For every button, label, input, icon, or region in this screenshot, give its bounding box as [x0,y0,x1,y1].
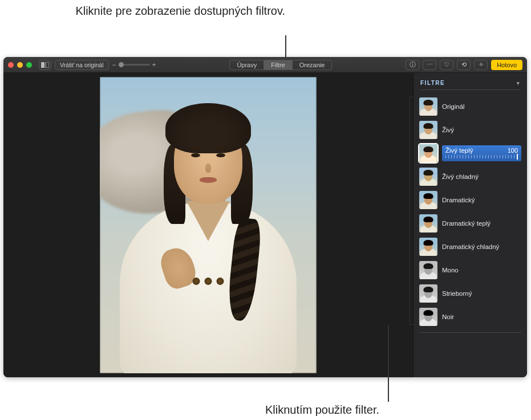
content-area: FILTRE ▾ Originál Živý Živý teplý 100 [3,73,527,377]
svg-rect-1 [46,62,49,68]
panel-title-label: FILTRE [420,80,445,86]
filter-thumb [419,284,437,303]
callout-top: Kliknite pre zobrazenie dostupných filtr… [0,3,285,19]
callout-bracket [410,97,414,211]
filter-label: Noir [442,313,521,320]
tab-adjust[interactable]: Úpravy [230,60,264,70]
wand-icon: ✧ [479,61,484,68]
filter-vivid-warm[interactable]: Živý teplý 100 [418,142,522,164]
svg-rect-0 [41,62,44,68]
filter-original[interactable]: Originál [418,96,522,117]
callout-bracket [410,211,414,325]
tab-crop[interactable]: Orezanie [292,60,332,70]
window-controls [8,62,32,68]
filter-dramatic-cool[interactable]: Dramatický chladný [418,236,522,258]
filter-thumb [419,144,437,162]
tab-filters[interactable]: Filtre [264,60,291,70]
filter-thumb [419,214,437,233]
callout-line [285,35,286,57]
rotate-icon: ⟲ [461,61,467,68]
filter-thumb [419,168,437,186]
filter-label: Dramatický [442,197,521,203]
filter-vivid[interactable]: Živý [418,119,522,141]
layout-toggle-button[interactable] [39,60,51,70]
filter-noir[interactable]: Noir [418,306,522,328]
divider [419,332,521,333]
photo-canvas[interactable] [3,73,413,377]
filter-label: Dramatický teplý [442,220,521,227]
edit-mode-segmented: Úpravy Filtre Orezanie [229,60,332,70]
filter-label: Originál [442,103,521,110]
filter-selected-control[interactable]: Živý teplý 100 [442,145,521,161]
filter-thumb [419,238,437,256]
filter-thumb [419,121,437,139]
enhance-button[interactable]: ✧ [474,60,488,70]
photo [100,77,317,373]
toolbar: Vrátiť na originál − + Úpravy Filtre Ore… [3,57,527,73]
zoom-thumb[interactable] [119,62,124,67]
done-button[interactable]: Hotovo [491,60,522,70]
filter-mono[interactable]: Mono [418,259,522,281]
filter-thumb [419,308,437,326]
panel-title[interactable]: FILTRE ▾ [420,80,520,90]
filter-vivid-cool[interactable]: Živý chladný [418,166,522,187]
filter-dramatic[interactable]: Dramatický [418,189,522,211]
close-window-button[interactable] [8,62,14,68]
zoom-slider[interactable]: − + [112,61,156,69]
chevron-down-icon: ▾ [517,80,521,86]
zoom-track[interactable] [119,64,150,66]
filter-dramatic-warm[interactable]: Dramatický teplý [418,213,522,234]
revert-button[interactable]: Vrátiť na originál [55,60,109,70]
filter-thumb [419,261,437,279]
info-icon: ⓘ [410,60,416,69]
callout-bottom: Kliknutím použite filter. [0,403,379,417]
filter-label: Živý chladný [442,173,521,180]
layout-icon [41,62,49,68]
fullscreen-window-button[interactable] [26,62,32,68]
callout-line [388,325,389,402]
filters-panel: FILTRE ▾ Originál Živý Živý teplý 100 [413,73,527,377]
favorite-button[interactable]: ♡ [440,60,453,70]
filter-thumb [419,191,437,209]
filter-label: Mono [442,267,521,274]
zoom-out-icon: − [112,61,116,69]
filter-silvertone[interactable]: Strieborný [418,283,522,304]
filter-intensity-value: 100 [508,147,518,154]
rotate-button[interactable]: ⟲ [457,60,471,70]
heart-icon: ♡ [444,61,449,68]
more-button[interactable]: ⋯ [423,60,436,70]
filter-label: Živý [442,127,521,133]
filter-label: Strieborný [442,290,521,297]
zoom-in-icon: + [152,61,156,69]
ellipsis-icon: ⋯ [427,61,433,68]
filter-intensity-slider[interactable] [445,155,518,158]
app-window: Vrátiť na originál − + Úpravy Filtre Ore… [3,57,527,377]
filter-label: Dramatický chladný [442,243,521,250]
filter-thumb [419,97,437,116]
filter-label: Živý teplý [445,147,473,154]
info-button[interactable]: ⓘ [406,60,419,70]
minimize-window-button[interactable] [17,62,23,68]
